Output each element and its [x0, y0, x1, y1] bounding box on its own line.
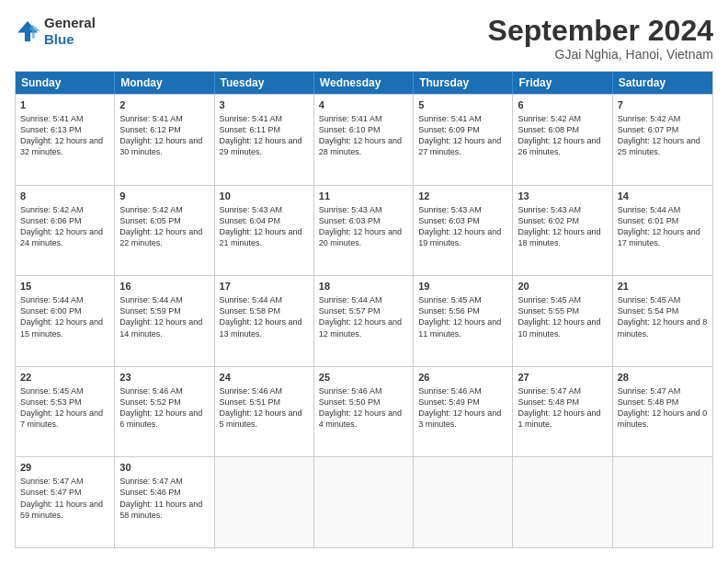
cell-20: 20 Sunrise: 5:45 AM Sunset: 5:55 PM Dayl…	[513, 276, 612, 366]
sunset-text: Sunset: 6:12 PM	[119, 125, 181, 134]
sunset-text: Sunset: 5:55 PM	[518, 306, 579, 316]
header-sunday: Sunday	[16, 72, 115, 94]
sunset-text: Sunset: 6:02 PM	[518, 216, 579, 225]
cell-27: 27 Sunrise: 5:47 AM Sunset: 5:48 PM Dayl…	[513, 367, 612, 457]
header-saturday: Saturday	[613, 72, 712, 94]
cell-9: 9 Sunrise: 5:42 AM Sunset: 6:05 PM Dayli…	[115, 186, 214, 276]
sunrise-text: Sunrise: 5:43 AM	[319, 205, 382, 214]
sunrise-text: Sunrise: 5:44 AM	[119, 295, 183, 304]
daylight-text: Daylight: 12 hours and 18 minutes.	[518, 227, 600, 247]
cell-5: 5 Sunrise: 5:41 AM Sunset: 6:09 PM Dayli…	[414, 95, 513, 185]
cell-2: 2 Sunrise: 5:41 AM Sunset: 6:12 PM Dayli…	[115, 95, 214, 185]
daylight-text: Daylight: 12 hours and 5 minutes.	[220, 408, 302, 429]
logo-icon	[15, 18, 40, 44]
sunset-text: Sunset: 5:50 PM	[319, 397, 381, 407]
day-num: 8	[20, 190, 109, 203]
daylight-text: Daylight: 12 hours and 32 minutes.	[20, 136, 103, 156]
daylight-text: Daylight: 12 hours and 3 minutes.	[418, 408, 501, 429]
day-num: 1	[20, 98, 109, 112]
cell-23: 23 Sunrise: 5:46 AM Sunset: 5:52 PM Dayl…	[115, 367, 214, 457]
sunset-text: Sunset: 5:46 PM	[119, 488, 181, 497]
day-num: 27	[518, 371, 607, 385]
daylight-text: Daylight: 12 hours and 24 minutes.	[20, 227, 103, 247]
cell-22: 22 Sunrise: 5:45 AM Sunset: 5:53 PM Dayl…	[16, 367, 115, 457]
day-num: 2	[119, 98, 209, 112]
daylight-text: Daylight: 12 hours and 29 minutes.	[220, 136, 302, 156]
sunset-text: Sunset: 5:51 PM	[220, 397, 281, 407]
daylight-text: Daylight: 12 hours and 7 minutes.	[20, 408, 103, 429]
daylight-text: Daylight: 11 hours and 59 minutes.	[20, 500, 103, 520]
daylight-text: Daylight: 12 hours and 12 minutes.	[319, 317, 402, 338]
cell-4: 4 Sunrise: 5:41 AM Sunset: 6:10 PM Dayli…	[314, 95, 414, 185]
sunrise-text: Sunrise: 5:42 AM	[518, 114, 581, 123]
week-row-2: 8 Sunrise: 5:42 AM Sunset: 6:06 PM Dayli…	[16, 185, 712, 276]
logo: General Blue	[15, 15, 96, 48]
sunset-text: Sunset: 5:57 PM	[319, 306, 381, 316]
sunrise-text: Sunrise: 5:46 AM	[418, 386, 482, 396]
calendar-header: Sunday Monday Tuesday Wednesday Thursday…	[16, 72, 712, 94]
sunrise-text: Sunrise: 5:43 AM	[518, 205, 581, 214]
daylight-text: Daylight: 12 hours and 19 minutes.	[418, 227, 501, 247]
daylight-text: Daylight: 12 hours and 10 minutes.	[518, 317, 600, 338]
cell-17: 17 Sunrise: 5:44 AM Sunset: 5:58 PM Dayl…	[215, 276, 314, 366]
sunset-text: Sunset: 6:13 PM	[20, 125, 82, 134]
sunrise-text: Sunrise: 5:43 AM	[418, 205, 482, 214]
sunset-text: Sunset: 5:49 PM	[418, 397, 480, 407]
day-num: 26	[418, 371, 507, 385]
location-title: GJai Nghia, Hanoi, Vietnam	[488, 47, 713, 62]
sunset-text: Sunset: 5:56 PM	[418, 306, 480, 316]
day-num: 17	[220, 280, 309, 293]
header-thursday: Thursday	[414, 72, 513, 94]
daylight-text: Daylight: 12 hours and 17 minutes.	[618, 227, 700, 247]
cell-25: 25 Sunrise: 5:46 AM Sunset: 5:50 PM Dayl…	[314, 367, 414, 457]
sunrise-text: Sunrise: 5:45 AM	[20, 386, 84, 396]
cell-14: 14 Sunrise: 5:44 AM Sunset: 6:01 PM Dayl…	[613, 186, 712, 276]
sunrise-text: Sunrise: 5:44 AM	[319, 295, 382, 304]
cell-21: 21 Sunrise: 5:45 AM Sunset: 5:54 PM Dayl…	[613, 276, 712, 366]
cell-18: 18 Sunrise: 5:44 AM Sunset: 5:57 PM Dayl…	[314, 276, 414, 366]
sunrise-text: Sunrise: 5:45 AM	[518, 295, 581, 304]
sunset-text: Sunset: 6:01 PM	[618, 216, 679, 225]
sunset-text: Sunset: 5:59 PM	[119, 306, 181, 316]
sunset-text: Sunset: 6:11 PM	[220, 125, 281, 134]
sunrise-text: Sunrise: 5:42 AM	[618, 114, 681, 123]
daylight-text: Daylight: 12 hours and 30 minutes.	[119, 136, 202, 156]
daylight-text: Daylight: 12 hours and 4 minutes.	[319, 408, 402, 429]
daylight-text: Daylight: 12 hours and 13 minutes.	[220, 317, 302, 338]
day-num: 22	[20, 371, 109, 385]
day-num: 3	[220, 98, 309, 112]
cell-10: 10 Sunrise: 5:43 AM Sunset: 6:04 PM Dayl…	[215, 186, 314, 276]
calendar-body: 1 Sunrise: 5:41 AM Sunset: 6:13 PM Dayli…	[16, 94, 712, 547]
cell-11: 11 Sunrise: 5:43 AM Sunset: 6:03 PM Dayl…	[314, 186, 414, 276]
daylight-text: Daylight: 12 hours and 28 minutes.	[319, 136, 402, 156]
day-num: 19	[418, 280, 507, 293]
cell-15: 15 Sunrise: 5:44 AM Sunset: 6:00 PM Dayl…	[16, 276, 115, 366]
month-title: September 2024	[488, 15, 713, 47]
sunrise-text: Sunrise: 5:41 AM	[418, 114, 482, 123]
sunset-text: Sunset: 5:48 PM	[618, 397, 679, 407]
day-num: 6	[518, 98, 607, 112]
cell-3: 3 Sunrise: 5:41 AM Sunset: 6:11 PM Dayli…	[215, 95, 314, 185]
header-wednesday: Wednesday	[314, 72, 414, 94]
sunset-text: Sunset: 6:05 PM	[119, 216, 181, 225]
week-row-5: 29 Sunrise: 5:47 AM Sunset: 5:47 PM Dayl…	[16, 456, 712, 547]
day-num: 29	[20, 461, 109, 475]
day-num: 4	[319, 98, 408, 112]
sunrise-text: Sunrise: 5:47 AM	[20, 477, 84, 486]
sunset-text: Sunset: 6:04 PM	[220, 216, 281, 225]
daylight-text: Daylight: 12 hours and 8 minutes.	[618, 317, 708, 338]
daylight-text: Daylight: 12 hours and 11 minutes.	[418, 317, 501, 338]
daylight-text: Daylight: 12 hours and 21 minutes.	[220, 227, 302, 247]
calendar-page: General Blue September 2024 GJai Nghia, …	[0, 0, 728, 563]
cell-empty-2	[314, 457, 414, 547]
daylight-text: Daylight: 12 hours and 20 minutes.	[319, 227, 402, 247]
sunset-text: Sunset: 6:07 PM	[618, 125, 679, 134]
day-num: 28	[618, 371, 708, 385]
day-num: 5	[418, 98, 507, 112]
daylight-text: Daylight: 12 hours and 27 minutes.	[418, 136, 501, 156]
sunrise-text: Sunrise: 5:42 AM	[119, 205, 183, 214]
daylight-text: Daylight: 11 hours and 58 minutes.	[119, 500, 202, 520]
cell-19: 19 Sunrise: 5:45 AM Sunset: 5:56 PM Dayl…	[414, 276, 513, 366]
cell-26: 26 Sunrise: 5:46 AM Sunset: 5:49 PM Dayl…	[414, 367, 513, 457]
cell-24: 24 Sunrise: 5:46 AM Sunset: 5:51 PM Dayl…	[215, 367, 314, 457]
